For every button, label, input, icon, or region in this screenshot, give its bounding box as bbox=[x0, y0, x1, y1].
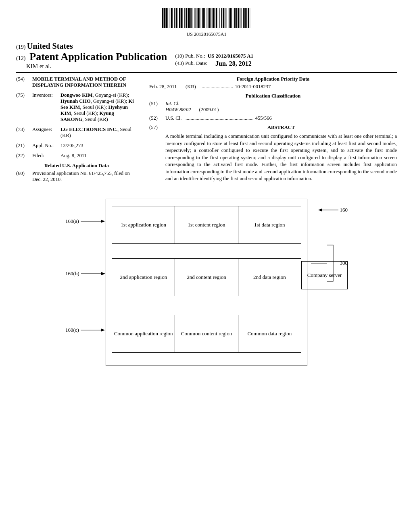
svg-rect-22 bbox=[181, 8, 181, 28]
diagram-row2-cell1: 2nd application region bbox=[112, 259, 175, 296]
diagram-row2-cell2: 2nd content region bbox=[175, 259, 238, 296]
appl-value: 13/205,273 bbox=[60, 143, 137, 149]
svg-rect-98 bbox=[244, 8, 246, 28]
svg-rect-76 bbox=[226, 8, 226, 28]
diagram-row-2-container: 2nd application region 2nd content regio… bbox=[106, 255, 307, 299]
appl-field-row: (21) Appl. No.: 13/205,273 bbox=[16, 143, 137, 149]
svg-rect-68 bbox=[219, 8, 219, 28]
label-160-text: 160 bbox=[340, 207, 348, 213]
svg-rect-103 bbox=[249, 8, 250, 28]
svg-rect-49 bbox=[204, 8, 204, 28]
pub-num-label: (10) Pub. No.: bbox=[175, 53, 205, 59]
svg-rect-89 bbox=[237, 8, 238, 28]
svg-rect-3 bbox=[165, 8, 165, 28]
label-160a: 160(a) bbox=[65, 218, 105, 224]
title-field-row: (54) MOBILE TERMINAL AND METHOD OF DISPL… bbox=[16, 76, 137, 88]
svg-rect-4 bbox=[165, 8, 167, 28]
inventors-label: Inventors: bbox=[32, 92, 60, 123]
svg-rect-88 bbox=[236, 8, 237, 28]
appl-label: Appl. No.: bbox=[32, 143, 60, 149]
inventors-field-num: (75) bbox=[16, 92, 32, 123]
svg-rect-69 bbox=[219, 8, 221, 28]
foreign-dots: ......................... bbox=[202, 84, 233, 90]
svg-rect-38 bbox=[194, 8, 195, 28]
svg-rect-64 bbox=[216, 8, 217, 28]
pub-classification-section: Publication Classification (51) Int. Cl.… bbox=[149, 93, 397, 121]
int-cl-label: Int. Cl. bbox=[165, 101, 179, 106]
diagram-row-3-container: Common application region Common content… bbox=[106, 312, 307, 356]
int-cl-year: (2009.01) bbox=[199, 107, 219, 113]
svg-rect-46 bbox=[201, 8, 201, 28]
svg-rect-54 bbox=[207, 8, 208, 28]
diagram-row2-cell3: 2nd data region bbox=[238, 259, 301, 296]
svg-rect-74 bbox=[224, 8, 225, 28]
svg-rect-16 bbox=[175, 8, 177, 28]
svg-rect-87 bbox=[236, 8, 236, 28]
svg-marker-113 bbox=[318, 208, 322, 212]
us-cl-label: U.S. Cl. bbox=[165, 115, 186, 121]
arrow-160a bbox=[81, 218, 105, 224]
svg-rect-2 bbox=[164, 8, 165, 28]
diagram-row-1-inner: 1st application region 1st content regio… bbox=[112, 206, 301, 244]
label-300-container: 300 bbox=[311, 243, 348, 283]
svg-rect-48 bbox=[202, 8, 204, 28]
svg-rect-28 bbox=[186, 8, 187, 28]
svg-rect-66 bbox=[218, 8, 218, 28]
assignee-value: LG ELECTRONICS INC., Seoul (KR) bbox=[60, 127, 137, 139]
svg-rect-9 bbox=[169, 8, 171, 28]
inventors-header: KIM et al. bbox=[26, 63, 167, 70]
svg-rect-34 bbox=[191, 8, 192, 28]
svg-rect-86 bbox=[234, 8, 236, 28]
pub-date-label: (43) Pub. Date: bbox=[175, 60, 207, 67]
svg-rect-6 bbox=[167, 8, 168, 28]
svg-rect-62 bbox=[214, 8, 215, 28]
svg-rect-79 bbox=[228, 8, 229, 28]
int-cl-class: H04W 88/02 bbox=[165, 107, 191, 113]
header-divider bbox=[16, 72, 397, 73]
svg-rect-99 bbox=[246, 8, 246, 28]
two-column-body: (54) MOBILE TERMINAL AND METHOD OF DISPL… bbox=[16, 76, 397, 187]
foreign-priority-row: Feb. 28, 2011 (KR) .....................… bbox=[149, 84, 397, 90]
svg-rect-83 bbox=[232, 8, 233, 28]
svg-rect-102 bbox=[248, 8, 249, 28]
svg-rect-94 bbox=[241, 8, 241, 28]
svg-rect-25 bbox=[183, 8, 184, 28]
svg-rect-45 bbox=[200, 8, 200, 28]
svg-rect-81 bbox=[231, 8, 231, 28]
svg-rect-92 bbox=[240, 8, 240, 28]
abstract-num: (57) bbox=[149, 125, 165, 183]
diagram-row1-cell3: 1st data region bbox=[238, 206, 301, 243]
arrow-160b bbox=[81, 270, 105, 277]
diagram-row-2-inner: 2nd application region 2nd content regio… bbox=[112, 258, 301, 296]
pub-num-value: US 2012/0165075 A1 bbox=[208, 53, 253, 59]
foreign-num: 10-2011-0018237 bbox=[235, 84, 271, 90]
svg-rect-21 bbox=[180, 8, 181, 28]
svg-rect-44 bbox=[199, 8, 200, 28]
svg-rect-97 bbox=[244, 8, 244, 28]
svg-rect-90 bbox=[238, 8, 239, 28]
svg-rect-39 bbox=[195, 8, 196, 28]
country-num-label: (19) United States bbox=[16, 42, 167, 51]
title-field-value: MOBILE TERMINAL AND METHOD OF DISPLAYING… bbox=[32, 76, 137, 88]
filed-label: Filed: bbox=[32, 153, 60, 159]
filed-field-row: (22) Filed: Aug. 8, 2011 bbox=[16, 153, 137, 159]
svg-rect-24 bbox=[182, 8, 183, 28]
diagram-row3-cell2: Common content region bbox=[175, 315, 238, 352]
svg-rect-23 bbox=[182, 8, 182, 28]
svg-rect-70 bbox=[221, 8, 222, 28]
svg-rect-101 bbox=[247, 8, 248, 28]
int-cl-num: (51) bbox=[149, 101, 165, 113]
svg-rect-33 bbox=[190, 8, 191, 28]
label-160-container: 160 bbox=[318, 207, 348, 213]
label-300-text: 300 bbox=[340, 260, 348, 266]
svg-rect-20 bbox=[179, 8, 181, 28]
svg-rect-47 bbox=[201, 8, 202, 28]
svg-rect-31 bbox=[189, 8, 189, 28]
pub-type-num: (12) bbox=[16, 55, 25, 62]
svg-rect-57 bbox=[211, 8, 211, 28]
filed-field-num: (22) bbox=[16, 153, 32, 159]
svg-rect-63 bbox=[215, 8, 216, 28]
svg-rect-52 bbox=[206, 8, 207, 28]
svg-rect-30 bbox=[188, 8, 188, 28]
label-160c: 160(c) bbox=[65, 327, 105, 333]
